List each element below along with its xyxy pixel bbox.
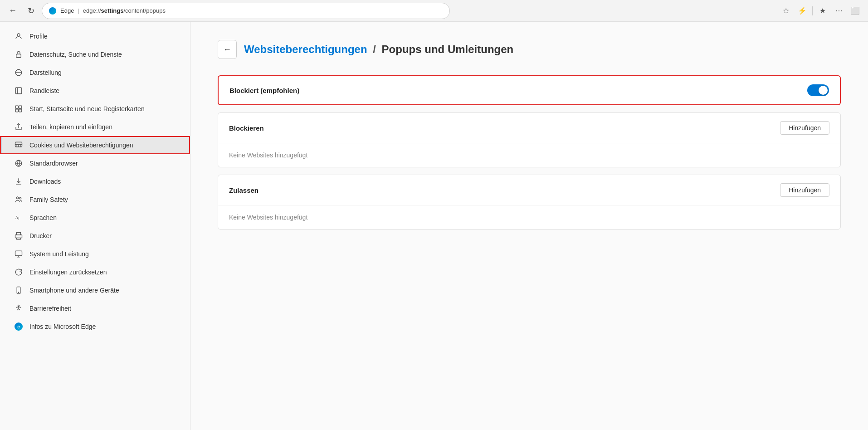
back-nav-button[interactable]: ← bbox=[5, 4, 20, 18]
barrierefreiheit-label: Barrierefreiheit bbox=[29, 304, 71, 313]
svg-point-0 bbox=[17, 34, 20, 36]
infos-icon: e bbox=[14, 322, 23, 331]
standardbrowser-icon bbox=[14, 159, 23, 168]
main-content: Profile Datenschutz, Suche und Dienste D… bbox=[0, 22, 868, 430]
breadcrumb: Websiteberechtigungen / Popups und Umlei… bbox=[244, 43, 513, 56]
blocked-toggle[interactable] bbox=[807, 84, 829, 96]
drucker-icon bbox=[14, 231, 23, 240]
drucker-label: Drucker bbox=[29, 232, 52, 240]
blockieren-empty-text: Keine Websites hinzugefügt bbox=[218, 143, 840, 167]
svg-rect-5 bbox=[15, 106, 18, 108]
teilen-label: Teilen, kopieren und einfügen bbox=[29, 123, 112, 131]
toggle-thumb bbox=[819, 86, 828, 95]
browser-brand-label: Edge bbox=[60, 7, 74, 14]
back-arrow-icon: ← bbox=[223, 45, 231, 54]
sidebar-item-profile[interactable]: Profile bbox=[0, 27, 190, 45]
sidebar-item-teilen[interactable]: Teilen, kopieren und einfügen bbox=[0, 118, 190, 136]
teilen-icon bbox=[14, 122, 23, 132]
svg-rect-1 bbox=[16, 54, 21, 58]
close-sidebar-button[interactable]: ⬜ bbox=[848, 4, 863, 18]
blocked-recommended-row: Blockiert (empfohlen) bbox=[219, 76, 840, 104]
svg-text:i: i bbox=[18, 217, 19, 221]
svg-point-19 bbox=[20, 197, 21, 199]
sidebar-item-standardbrowser[interactable]: Standardbrowser bbox=[0, 154, 190, 172]
sidebar-item-infos[interactable]: e Infos zu Microsoft Edge bbox=[0, 318, 190, 336]
favorites-button[interactable]: ☆ bbox=[779, 4, 793, 18]
svg-point-27 bbox=[18, 292, 19, 293]
address-bar[interactable]: Edge | edge://settings/content/popups bbox=[42, 3, 450, 19]
sidebar-item-smartphone[interactable]: Smartphone und andere Geräte bbox=[0, 281, 190, 299]
sidebar-item-randleiste[interactable]: Randleiste bbox=[0, 82, 190, 100]
breadcrumb-parent[interactable]: Websiteberechtigungen bbox=[244, 43, 367, 55]
darstellung-icon bbox=[14, 68, 23, 77]
zulassen-empty-text: Keine Websites hinzugefügt bbox=[218, 205, 840, 229]
family-icon bbox=[14, 195, 23, 204]
sidebar-item-drucker[interactable]: Drucker bbox=[0, 227, 190, 245]
page-header: ← Websiteberechtigungen / Popups und Uml… bbox=[218, 40, 841, 59]
breadcrumb-separator: / bbox=[373, 43, 376, 55]
smartphone-icon bbox=[14, 286, 23, 295]
zulassen-title: Zulassen bbox=[229, 186, 258, 194]
breadcrumb-back-button[interactable]: ← bbox=[218, 40, 237, 59]
start-icon bbox=[14, 104, 23, 113]
einstellungen-label: Einstellungen zurücksetzen bbox=[29, 268, 107, 276]
datenschutz-label: Datenschutz, Suche und Dienste bbox=[29, 50, 122, 59]
einstellungen-icon bbox=[14, 268, 23, 277]
blocked-recommended-label: Blockiert (empfohlen) bbox=[229, 87, 299, 94]
blockieren-section: Blockieren Hinzufügen Keine Websites hin… bbox=[218, 112, 841, 167]
sidebar-item-datenschutz[interactable]: Datenschutz, Suche und Dienste bbox=[0, 45, 190, 64]
downloads-icon bbox=[14, 177, 23, 186]
zulassen-add-button[interactable]: Hinzufügen bbox=[780, 183, 829, 197]
sidebar-item-cookies[interactable]: Cookies und Websiteberechtigungen bbox=[0, 136, 190, 154]
sidebar-item-sprachen[interactable]: Ai Sprachen bbox=[0, 209, 190, 227]
standardbrowser-label: Standardbrowser bbox=[29, 159, 78, 167]
collections-button[interactable]: ⚡ bbox=[795, 4, 809, 18]
randleiste-label: Randleiste bbox=[29, 87, 59, 95]
titlebar: ← ↻ Edge | edge://settings/content/popup… bbox=[0, 0, 868, 22]
settings-content: ← Websiteberechtigungen / Popups und Uml… bbox=[190, 22, 868, 430]
darstellung-label: Darstellung bbox=[29, 68, 62, 77]
cookies-label: Cookies und Websiteberechtigungen bbox=[29, 141, 133, 149]
barrierefreiheit-icon bbox=[14, 304, 23, 313]
sidebar-item-darstellung[interactable]: Darstellung bbox=[0, 64, 190, 82]
family-label: Family Safety bbox=[29, 195, 68, 204]
sidebar-item-family[interactable]: Family Safety bbox=[0, 191, 190, 209]
zulassen-header: Zulassen Hinzufügen bbox=[218, 175, 840, 205]
svg-rect-22 bbox=[15, 235, 22, 238]
svg-rect-7 bbox=[15, 109, 18, 112]
zulassen-section: Zulassen Hinzufügen Keine Websites hinzu… bbox=[218, 175, 841, 230]
start-label: Start, Startseite und neue Registerkarte… bbox=[29, 105, 145, 113]
randleiste-icon bbox=[14, 86, 23, 95]
cookies-icon bbox=[14, 141, 23, 150]
sidebar-item-barrierefreiheit[interactable]: Barrierefreiheit bbox=[0, 299, 190, 318]
svg-rect-3 bbox=[15, 88, 22, 94]
svg-text:A: A bbox=[15, 215, 19, 220]
sidebar-item-start[interactable]: Start, Startseite und neue Registerkarte… bbox=[0, 100, 190, 118]
system-label: System und Leistung bbox=[29, 250, 89, 258]
sidebar-item-einstellungen[interactable]: Einstellungen zurücksetzen bbox=[0, 263, 190, 281]
sidebar-item-system[interactable]: System und Leistung bbox=[0, 245, 190, 263]
blockieren-header: Blockieren Hinzufügen bbox=[218, 113, 840, 143]
sidebar-item-downloads[interactable]: Downloads bbox=[0, 172, 190, 191]
refresh-button[interactable]: ↻ bbox=[24, 4, 38, 18]
blocked-recommended-section: Blockiert (empfohlen) bbox=[218, 75, 841, 105]
settings-sidebar: Profile Datenschutz, Suche und Dienste D… bbox=[0, 22, 190, 430]
datenschutz-icon bbox=[14, 50, 23, 59]
address-url: edge://settings/content/popups bbox=[83, 7, 166, 14]
blockieren-title: Blockieren bbox=[229, 124, 264, 132]
sprachen-icon: Ai bbox=[14, 213, 23, 222]
more-options-button[interactable]: ⋯ bbox=[832, 4, 846, 18]
svg-rect-23 bbox=[15, 251, 22, 256]
infos-label: Infos zu Microsoft Edge bbox=[29, 322, 96, 331]
profile-icon bbox=[14, 32, 23, 41]
svg-rect-6 bbox=[19, 106, 22, 108]
titlebar-actions: ☆ ⚡ ★ ⋯ ⬜ bbox=[779, 4, 863, 18]
svg-point-28 bbox=[18, 305, 20, 307]
blockieren-add-button[interactable]: Hinzufügen bbox=[780, 121, 829, 135]
titlebar-divider bbox=[812, 6, 813, 15]
profile-label: Profile bbox=[29, 32, 48, 40]
edge-logo-icon bbox=[49, 7, 57, 15]
svg-rect-8 bbox=[19, 109, 22, 112]
favorites-sidebar-button[interactable]: ★ bbox=[815, 4, 830, 18]
breadcrumb-current: Popups und Umleitungen bbox=[382, 43, 514, 55]
